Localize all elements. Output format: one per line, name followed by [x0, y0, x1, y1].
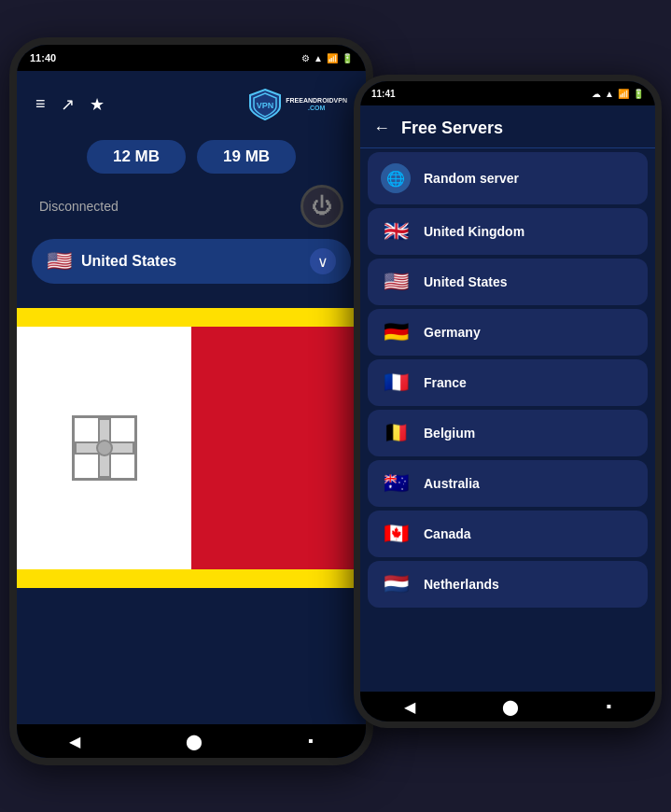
back-button[interactable]: ← — [373, 119, 390, 138]
server-name: Netherlands — [424, 577, 499, 592]
bottom-nav-right: ◀ ⬤ ▪ — [360, 692, 655, 721]
server-name: Belgium — [424, 426, 475, 441]
logo-area: VPN FREEANDROIDVPN .COM — [248, 88, 347, 121]
battery-icon-right: 🔋 — [633, 89, 644, 99]
settings-icon: ⚙ — [301, 53, 310, 63]
svg-text:VPN: VPN — [257, 101, 274, 110]
time-right: 11:41 — [371, 89, 396, 99]
bottom-nav-left: ◀ ⬤ ▪ — [17, 724, 366, 758]
connection-status: Disconnected — [39, 199, 119, 214]
server-flag-icon: 🇳🇱 — [381, 572, 411, 596]
server-list-header: ← Free Servers — [360, 105, 655, 148]
server-flag-icon: 🇬🇧 — [381, 219, 411, 244]
data-up-badge: 19 MB — [197, 140, 296, 174]
logo-shield-icon: VPN — [248, 88, 282, 121]
status-icons-left: ⚙ ▲ 📶 🔋 — [301, 53, 353, 63]
nav-home-btn[interactable]: ⬤ — [186, 733, 203, 750]
cross-center — [96, 440, 113, 456]
yellow-bar-top — [17, 308, 366, 327]
server-list-item[interactable]: 🇧🇪 Belgium — [368, 410, 648, 456]
status-row: Disconnected ⏻ — [32, 181, 351, 239]
server-list: 🌐 Random server 🇬🇧 United Kingdom 🇺🇸 Uni… — [360, 148, 655, 695]
server-name: United Kingdom — [424, 224, 524, 239]
logo-text: FREEANDROIDVPN .COM — [286, 97, 347, 113]
server-list-item[interactable]: 🌐 Random server — [368, 152, 648, 204]
status-icons-right: ☁ ▲ 📶 🔋 — [592, 89, 644, 99]
cloud-icon: ☁ — [592, 89, 601, 99]
toolbar-left: ≡ ↗ ★ VPN FREEANDROIDVPN .COM — [32, 80, 351, 129]
phone-left-content: ≡ ↗ ★ VPN FREEANDROIDVPN .COM 12 MB 19 — [17, 71, 366, 308]
server-list-item[interactable]: 🇬🇧 United Kingdom — [368, 208, 648, 255]
data-down-badge: 12 MB — [87, 140, 186, 174]
menu-icon[interactable]: ≡ — [35, 94, 46, 115]
nav-back-btn-right[interactable]: ◀ — [404, 698, 415, 716]
malta-flag-left — [17, 327, 191, 569]
server-list-item[interactable]: 🇫🇷 France — [368, 359, 648, 406]
malta-flag-right — [191, 327, 366, 569]
server-name: Canada — [424, 526, 471, 541]
page-title: Free Servers — [401, 119, 503, 138]
country-name: United States — [81, 253, 176, 270]
server-name: Australia — [424, 476, 480, 491]
server-name: Germany — [424, 325, 481, 340]
server-list-item[interactable]: 🇦🇺 Australia — [368, 460, 648, 507]
nav-home-btn-right[interactable]: ⬤ — [502, 698, 519, 716]
country-selector[interactable]: 🇺🇸 United States ∨ — [32, 239, 351, 284]
nav-back-btn[interactable]: ◀ — [69, 733, 80, 750]
globe-icon: 🌐 — [381, 163, 411, 193]
chevron-down-icon: ∨ — [310, 248, 336, 274]
status-bar-right: 11:41 ☁ ▲ 📶 🔋 — [360, 81, 655, 105]
toolbar-left-icons: ≡ ↗ ★ — [35, 94, 105, 115]
country-left: 🇺🇸 United States — [47, 249, 176, 273]
server-list-item[interactable]: 🇳🇱 Netherlands — [368, 561, 648, 608]
server-list-item[interactable]: 🇺🇸 United States — [368, 259, 648, 305]
server-list-item[interactable]: 🇨🇦 Canada — [368, 511, 648, 557]
nav-recent-btn[interactable]: ▪ — [308, 733, 314, 749]
data-stats: 12 MB 19 MB — [32, 140, 351, 174]
server-flag-icon: 🇺🇸 — [381, 270, 411, 294]
george-cross — [72, 415, 137, 481]
country-flag: 🇺🇸 — [47, 249, 72, 273]
time-left: 11:40 — [30, 52, 56, 63]
server-flag-icon: 🇨🇦 — [381, 522, 411, 546]
power-icon: ⏻ — [312, 194, 332, 218]
server-name: United States — [424, 274, 507, 289]
yellow-bar-bottom — [17, 569, 366, 588]
server-name: France — [424, 375, 467, 390]
favorites-icon[interactable]: ★ — [90, 94, 105, 115]
share-icon[interactable]: ↗ — [61, 94, 75, 115]
server-list-item[interactable]: 🇩🇪 Germany — [368, 309, 648, 356]
signal-icon: 📶 — [327, 53, 338, 63]
server-name: Random server — [424, 171, 519, 186]
phone-right: 11:41 ☁ ▲ 📶 🔋 ← Free Servers 🌐 Random se… — [354, 75, 662, 728]
battery-icon: 🔋 — [342, 53, 353, 63]
flag-display — [17, 308, 366, 588]
phone-left: 11:40 ⚙ ▲ 📶 🔋 ≡ ↗ ★ VPN — [9, 37, 373, 765]
wifi-icon-right: ▲ — [605, 89, 614, 99]
server-flag-icon: 🇦🇺 — [381, 471, 411, 496]
nav-recent-btn-right[interactable]: ▪ — [607, 698, 612, 715]
wifi-icon: ▲ — [314, 53, 323, 63]
server-flag-icon: 🇧🇪 — [381, 421, 411, 445]
status-bar-left: 11:40 ⚙ ▲ 📶 🔋 — [17, 45, 366, 71]
server-flag-icon: 🇫🇷 — [381, 371, 411, 395]
server-flag-icon: 🇩🇪 — [381, 320, 411, 344]
malta-flag — [17, 327, 366, 569]
power-button[interactable]: ⏻ — [301, 185, 343, 228]
signal-icon-right: 📶 — [618, 89, 629, 99]
